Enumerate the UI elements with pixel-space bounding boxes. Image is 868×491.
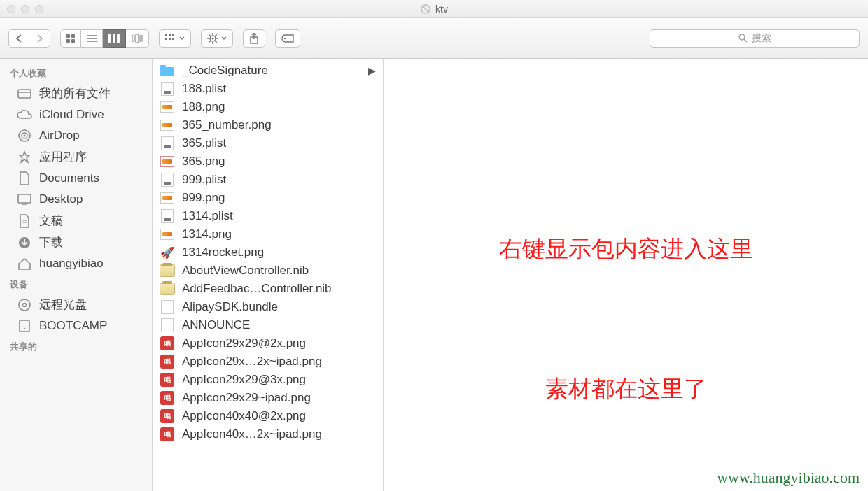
- action-button[interactable]: [201, 29, 233, 48]
- png-icon: [160, 190, 175, 206]
- file-row[interactable]: 365_number.png: [153, 116, 383, 134]
- share-icon: [249, 33, 259, 44]
- file-column[interactable]: _CodeSignature▶188.plist188.png365_numbe…: [153, 59, 384, 491]
- coverflow-view-button[interactable]: [126, 29, 149, 48]
- sidebar-item[interactable]: iCloud Drive: [0, 104, 152, 125]
- zoom-window-button[interactable]: [35, 5, 43, 13]
- file-row[interactable]: 唱AppIcon29x29~ipad.png: [153, 389, 383, 407]
- file-name: AppIcon29x…2x~ipad.png: [182, 355, 322, 369]
- svg-point-42: [19, 299, 30, 311]
- file-row[interactable]: AlipaySDK.bundle: [153, 298, 383, 316]
- sidebar-item[interactable]: 应用程序: [0, 146, 152, 168]
- file-name: AboutViewController.nib: [182, 264, 309, 278]
- sidebar-item[interactable]: 文稿: [0, 210, 152, 232]
- svg-line-1: [423, 6, 428, 12]
- file-name: 188.png: [182, 100, 225, 114]
- svg-line-31: [744, 39, 747, 42]
- share-button[interactable]: [243, 29, 265, 48]
- file-row[interactable]: 唱AppIcon40x40@2x.png: [153, 407, 383, 425]
- file-row[interactable]: 365.png: [153, 152, 383, 171]
- arrange-button[interactable]: [159, 29, 191, 48]
- desktop-icon: [17, 192, 32, 207]
- file-name: 188.plist: [182, 82, 226, 96]
- file-name: 1314.plist: [182, 209, 233, 223]
- file-row[interactable]: AboutViewController.nib: [153, 262, 383, 280]
- sidebar-item-label: iCloud Drive: [39, 108, 104, 122]
- home-icon: [17, 256, 32, 271]
- title-icon: [420, 3, 431, 15]
- sidebar-item[interactable]: 我的所有文件: [0, 83, 152, 104]
- file-name: AlipaySDK.bundle: [182, 300, 278, 314]
- svg-line-23: [209, 34, 210, 36]
- file-name: AppIcon40x…2x~ipad.png: [182, 427, 322, 441]
- chevron-down-icon: [221, 36, 227, 41]
- file-row[interactable]: 1314.plist: [153, 207, 383, 225]
- svg-rect-32: [18, 90, 31, 98]
- svg-point-30: [739, 34, 745, 40]
- minimize-window-button[interactable]: [21, 5, 29, 13]
- doc-icon: [160, 318, 175, 333]
- file-name: ANNOUNCE: [182, 318, 250, 332]
- nib-icon: [160, 263, 175, 278]
- file-row[interactable]: 唱AppIcon29x29@3x.png: [153, 371, 383, 389]
- png-red-icon: 唱: [160, 336, 175, 351]
- svg-rect-9: [136, 34, 139, 43]
- file-name: 365.plist: [182, 136, 226, 150]
- sidebar-item[interactable]: AirDrop: [0, 125, 152, 146]
- file-row[interactable]: 999.plist: [153, 171, 383, 189]
- icon-view-button[interactable]: [60, 29, 81, 48]
- file-row[interactable]: AddFeedbac…Controller.nib: [153, 280, 383, 298]
- svg-rect-16: [172, 38, 174, 40]
- svg-rect-47: [160, 65, 166, 69]
- svg-line-24: [216, 41, 217, 42]
- column-icon: [108, 34, 120, 43]
- file-row[interactable]: _CodeSignature▶: [153, 62, 383, 80]
- svg-rect-15: [169, 38, 171, 40]
- sidebar-item[interactable]: BOOTCAMP: [0, 315, 152, 336]
- sidebar-item[interactable]: Documents: [0, 168, 152, 189]
- png-icon: [160, 227, 175, 242]
- svg-point-29: [284, 37, 286, 39]
- svg-rect-12: [169, 34, 171, 36]
- forward-button[interactable]: [29, 29, 50, 48]
- png-red-icon: 唱: [160, 372, 175, 387]
- list-view-button[interactable]: [81, 29, 103, 48]
- tags-button[interactable]: [275, 29, 300, 48]
- file-row[interactable]: 唱AppIcon40x…2x~ipad.png: [153, 425, 383, 443]
- file-row[interactable]: 365.plist: [153, 134, 383, 152]
- svg-rect-14: [165, 38, 167, 40]
- view-group: [60, 29, 149, 48]
- nib-icon: [160, 281, 175, 297]
- sidebar-item-label: AirDrop: [39, 129, 80, 143]
- sidebar-item[interactable]: 远程光盘: [0, 294, 152, 315]
- file-row[interactable]: 999.png: [153, 189, 383, 207]
- sidebar-item[interactable]: huangyibiao: [0, 253, 152, 274]
- all-files-icon: [17, 86, 32, 101]
- file-row[interactable]: 唱AppIcon29x…2x~ipad.png: [153, 353, 383, 371]
- sidebar-item[interactable]: Desktop: [0, 189, 152, 210]
- file-row[interactable]: 1314.png: [153, 225, 383, 243]
- search-input[interactable]: 搜索: [650, 29, 860, 48]
- file-row[interactable]: 188.plist: [153, 80, 383, 98]
- sidebar-item[interactable]: 下载: [0, 232, 152, 253]
- back-button[interactable]: [8, 29, 29, 48]
- file-row[interactable]: ANNOUNCE: [153, 316, 383, 334]
- file-row[interactable]: 唱AppIcon29x29@2x.png: [153, 334, 383, 353]
- plist-icon: [160, 172, 175, 187]
- file-name: 999.png: [182, 191, 225, 205]
- svg-point-18: [212, 37, 214, 39]
- close-window-button[interactable]: [7, 5, 15, 13]
- file-name: AppIcon40x40@2x.png: [182, 409, 306, 423]
- plist-icon: [160, 208, 175, 224]
- column-view-button[interactable]: [103, 29, 126, 48]
- chevron-right-icon: ▶: [368, 65, 376, 76]
- grid-icon: [66, 34, 75, 43]
- svg-rect-6: [113, 34, 115, 43]
- airdrop-icon: [17, 128, 32, 143]
- file-row[interactable]: 🚀1314rocket.png: [153, 243, 383, 262]
- annotation-1: 右键显示包内容进入这里: [499, 234, 753, 265]
- docs-icon: [17, 213, 32, 229]
- sidebar-item-label: Desktop: [39, 192, 83, 206]
- file-row[interactable]: 188.png: [153, 98, 383, 116]
- chevron-left-icon: [15, 34, 22, 43]
